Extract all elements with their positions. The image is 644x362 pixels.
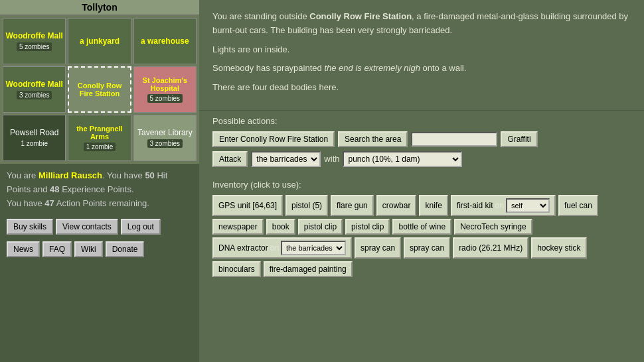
weapon-select[interactable]: punch (10%, 1 dam) knife (10%, 2 dam) pi… bbox=[343, 151, 462, 167]
enter-building-button[interactable]: Enter Conolly Row Fire Station bbox=[212, 131, 335, 147]
attack-target-select[interactable]: the barricades a zombie a survivor bbox=[251, 151, 321, 167]
item-pistol-clip-1[interactable]: pistol clip bbox=[298, 219, 343, 235]
cell-name: Tavener Library bbox=[137, 128, 193, 137]
item-newspaper[interactable]: newspaper bbox=[212, 219, 264, 235]
description-line2: Lights are on inside. bbox=[212, 43, 631, 57]
item-gps-unit[interactable]: GPS unit [64,63] bbox=[212, 195, 283, 216]
right-panel: You are standing outside Conolly Row Fir… bbox=[199, 0, 644, 362]
graffiti-text: the end is extremely nigh bbox=[324, 63, 420, 73]
description-line4: There are four dead bodies here. bbox=[212, 81, 631, 95]
player-xp: 48 bbox=[50, 184, 59, 194]
dna-target-select[interactable]: the barricades self bbox=[281, 241, 346, 255]
description-line3: Somebody has spraypainted the end is ext… bbox=[212, 62, 631, 76]
dna-extractor-label: DNA extractor bbox=[218, 243, 268, 253]
left-panel: Tollyton Woodroffe Mall 5 zombies a junk… bbox=[0, 0, 199, 362]
actions-area: Possible actions: Enter Conolly Row Fire… bbox=[199, 110, 644, 176]
map-cell-woodroffe-mall-2[interactable]: Woodroffe Mall 3 zombies bbox=[3, 66, 66, 113]
attack-button[interactable]: Attack bbox=[212, 151, 248, 167]
cell-zombies: 5 zombies bbox=[17, 42, 52, 51]
map-grid: Woodroffe Mall 5 zombies a junkyard a wa… bbox=[0, 15, 199, 164]
log-out-button[interactable]: Log out bbox=[121, 219, 161, 235]
cell-name: St Joachim's Hospital bbox=[136, 76, 194, 92]
map-cell-tavener-library[interactable]: Tavener Library 3 zombies bbox=[133, 115, 197, 161]
item-flare-gun[interactable]: flare gun bbox=[331, 195, 374, 216]
cell-name: the Prangnell Arms bbox=[70, 125, 128, 141]
item-hockey-stick[interactable]: hockey stick bbox=[531, 237, 586, 259]
search-area-button[interactable]: Search the area bbox=[338, 131, 408, 147]
item-pistol[interactable]: pistol (5) bbox=[285, 195, 328, 216]
first-aid-target-select[interactable]: self another bbox=[506, 198, 550, 213]
cell-name: Woodroffe Mall bbox=[5, 31, 62, 40]
location-name: Conolly Row Fire Station bbox=[309, 11, 412, 21]
with-label: with bbox=[324, 154, 339, 164]
actions-row-1: Enter Conolly Row Fire Station Search th… bbox=[212, 131, 631, 147]
actions-label: Possible actions: bbox=[212, 116, 631, 126]
cell-zombies: 1 zombie bbox=[84, 143, 116, 151]
cell-name: Conolly Row Fire Station bbox=[71, 82, 127, 97]
item-spray-can-2[interactable]: spray can bbox=[404, 237, 450, 259]
item-crowbar[interactable]: crowbar bbox=[376, 195, 417, 216]
map-cell-powsell-road[interactable]: Powsell Road 1 zombie bbox=[3, 115, 66, 161]
cell-name: a junkyard bbox=[80, 36, 120, 46]
inventory-area: Inventory (click to use): GPS unit [64,6… bbox=[199, 176, 644, 362]
cell-zombies: 3 zombies bbox=[17, 91, 52, 99]
map-cell-conolly-row[interactable]: Conolly Row Fire Station bbox=[68, 66, 131, 113]
description-area: You are standing outside Conolly Row Fir… bbox=[199, 0, 644, 110]
cell-zombies: 3 zombies bbox=[147, 139, 183, 148]
item-spray-can-1[interactable]: spray can bbox=[355, 237, 401, 259]
item-bottle-of-wine[interactable]: bottle of wine bbox=[392, 219, 451, 235]
player-prefix: You are bbox=[7, 170, 39, 180]
graffiti-input[interactable] bbox=[411, 132, 497, 147]
map-cell-junkyard[interactable]: a junkyard bbox=[68, 18, 131, 64]
player-suffix: Action Points remaining. bbox=[54, 198, 149, 208]
map-title: Tollyton bbox=[0, 0, 199, 15]
player-info: You are Milliard Rausch. You have 50 Hit… bbox=[0, 164, 199, 215]
description-line1: You are standing outside Conolly Row Fir… bbox=[212, 10, 631, 38]
donate-button[interactable]: Donate bbox=[106, 241, 145, 257]
item-fire-damaged-painting[interactable]: fire-damaged painting bbox=[264, 261, 353, 277]
cell-zombies: 1 zombie bbox=[18, 139, 50, 148]
player-name: Milliard Rausch bbox=[39, 170, 102, 180]
graffiti-button[interactable]: Graffiti bbox=[501, 131, 537, 147]
cell-name: Woodroffe Mall bbox=[5, 80, 62, 89]
inventory-label: Inventory (click to use): bbox=[212, 180, 631, 190]
faq-button[interactable]: FAQ bbox=[42, 241, 72, 257]
cell-name: Powsell Road bbox=[10, 128, 58, 137]
news-button[interactable]: News bbox=[7, 241, 40, 257]
item-radio[interactable]: radio (26.21 MHz) bbox=[453, 237, 528, 259]
item-binoculars[interactable]: binoculars bbox=[212, 261, 261, 277]
buy-skills-button[interactable]: Buy skills bbox=[7, 219, 53, 235]
cell-zombies: 5 zombies bbox=[147, 94, 183, 103]
wiki-button[interactable]: Wiki bbox=[74, 241, 103, 257]
map-cell-st-joachims[interactable]: St Joachim's Hospital 5 zombies bbox=[133, 66, 197, 113]
player-mid1: . You have bbox=[102, 170, 145, 180]
player-ap: 47 bbox=[44, 198, 54, 208]
player-hp: 50 bbox=[145, 170, 154, 180]
item-fuel-can[interactable]: fuel can bbox=[558, 195, 598, 216]
item-pistol-clip-2[interactable]: pistol clip bbox=[345, 219, 390, 235]
item-book[interactable]: book bbox=[266, 219, 295, 235]
first-aid-kit-label: first-aid kit bbox=[457, 201, 493, 210]
inventory-grid: GPS unit [64,63] pistol (5) flare gun cr… bbox=[212, 195, 631, 277]
map-cell-woodroffe-mall-1[interactable]: Woodroffe Mall 5 zombies bbox=[3, 18, 66, 64]
actions-row-2: Attack the barricades a zombie a survivo… bbox=[212, 151, 631, 167]
bottom-nav: News FAQ Wiki Donate bbox=[0, 238, 199, 261]
item-dna-extractor[interactable]: DNA extractor on the barricades self bbox=[212, 237, 352, 259]
map-cell-prangnell-arms[interactable]: the Prangnell Arms 1 zombie bbox=[68, 115, 131, 161]
item-necrotech-syringe[interactable]: NecroTech syringe bbox=[454, 219, 532, 235]
cell-name: a warehouse bbox=[141, 36, 189, 46]
view-contacts-button[interactable]: View contacts bbox=[56, 219, 118, 235]
action-buttons-group: Buy skills View contacts Log out bbox=[0, 215, 199, 238]
item-knife[interactable]: knife bbox=[419, 195, 447, 216]
item-first-aid-kit[interactable]: first-aid kit on self another bbox=[451, 195, 556, 216]
map-cell-warehouse[interactable]: a warehouse bbox=[133, 18, 197, 64]
